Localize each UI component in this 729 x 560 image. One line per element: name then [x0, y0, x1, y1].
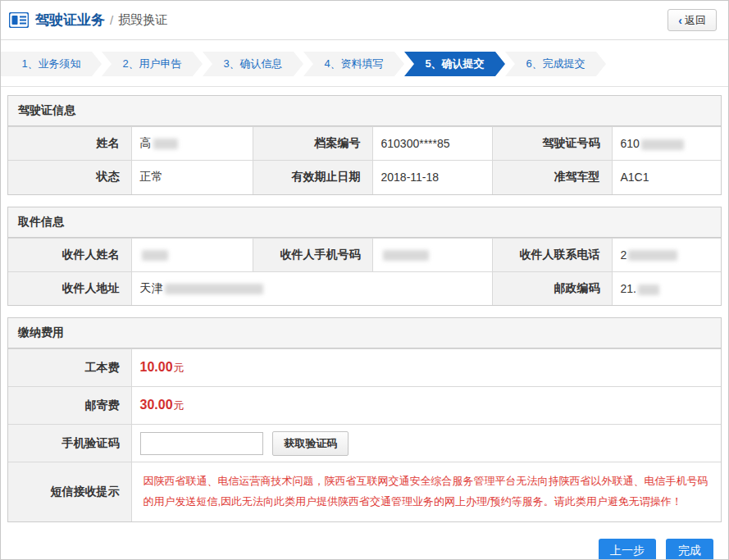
expiry-label: 有效期止日期: [253, 161, 372, 194]
table-row: 短信接收提示 因陕西省联通、电信运营商技术问题，陕西省互联网交通安全综合服务管理…: [8, 462, 721, 521]
redacted-value: [641, 139, 684, 150]
table-row: 收件人地址 天津 邮政编码 21.: [8, 271, 721, 305]
file-no-label: 档案编号: [253, 127, 372, 161]
recipient-address-value: 天津: [131, 271, 492, 305]
vehicle-type-value: A1C1: [612, 161, 721, 194]
step-1-business-notice[interactable]: 1、业务须知: [1, 52, 102, 76]
sms-notice-cell: 因陕西省联通、电信运营商技术问题，陕西省互联网交通安全综合服务管理平台无法向持陕…: [131, 462, 721, 521]
table-row: 手机验证码 获取验证码: [8, 425, 721, 462]
recipient-contact-value: 2: [612, 238, 721, 271]
license-info-section: 驾驶证信息 姓名 高 档案编号 610300****85 驾驶证号码 610 状…: [7, 95, 722, 195]
recipient-contact-label: 收件人联系电话: [492, 238, 612, 271]
postage-fee-unit: 元: [174, 399, 185, 412]
step-2-user-declaration[interactable]: 2、用户申告: [102, 52, 203, 76]
footer-actions: 上一步 完成: [7, 534, 722, 560]
table-row: 工本费 10.00元: [8, 349, 721, 387]
postal-code-label: 邮政编码: [492, 271, 612, 305]
chevron-left-icon: ‹: [678, 14, 682, 27]
postage-fee-label: 邮寄费: [8, 387, 131, 425]
production-fee-amount: 10.00: [140, 360, 173, 374]
sms-code-cell: 获取验证码: [131, 425, 721, 462]
license-info-title: 驾驶证信息: [8, 96, 721, 126]
redacted-value: [153, 139, 178, 149]
sms-code-label: 手机验证码: [8, 425, 131, 462]
license-no-label: 驾驶证号码: [492, 127, 612, 161]
finish-button[interactable]: 完成: [666, 539, 713, 560]
redacted-value: [628, 250, 677, 261]
redacted-value: [383, 250, 429, 261]
back-button[interactable]: ‹ 返回: [667, 9, 717, 31]
step-3-confirm-info[interactable]: 3、确认信息: [203, 52, 303, 76]
step-4-fill-data[interactable]: 4、资料填写: [303, 52, 404, 76]
fees-section: 缴纳费用 工本费 10.00元 邮寄费 30.00元 手机验证码: [7, 317, 722, 522]
step-6-complete-submit[interactable]: 6、完成提交: [505, 52, 606, 76]
pickup-info-title: 取件信息: [8, 207, 721, 238]
postal-code-value: 21.: [612, 271, 721, 305]
fees-title: 缴纳费用: [8, 318, 721, 348]
production-fee-label: 工本费: [8, 349, 131, 387]
page: 驾驶证业务 / 损毁换证 ‹ 返回 1、业务须知 2、用户申告 3、确认信息 4…: [0, 0, 729, 560]
breadcrumb-current: 损毁换证: [118, 12, 167, 28]
step-5-confirm-submit[interactable]: 5、确认提交: [404, 52, 505, 76]
recipient-name-value: [131, 238, 253, 271]
license-info-table: 姓名 高 档案编号 610300****85 驾驶证号码 610 状态 正常 有…: [8, 126, 721, 194]
table-row: 状态 正常 有效期止日期 2018-11-18 准驾车型 A1C1: [8, 161, 721, 194]
header: 驾驶证业务 / 损毁换证 ‹ 返回: [1, 1, 728, 40]
page-title: 驾驶证业务: [35, 11, 105, 30]
status-value: 正常: [131, 161, 253, 194]
get-sms-code-button[interactable]: 获取验证码: [272, 431, 349, 456]
recipient-phone-value: [372, 238, 492, 271]
redacted-value: [165, 284, 263, 294]
expiry-value: 2018-11-18: [372, 161, 492, 194]
vehicle-type-label: 准驾车型: [492, 161, 612, 194]
table-row: 邮寄费 30.00元: [8, 387, 721, 425]
redacted-value: [142, 250, 168, 261]
production-fee-value: 10.00元: [131, 349, 721, 387]
back-button-label: 返回: [685, 13, 706, 28]
sms-notice-label: 短信接收提示: [8, 462, 131, 521]
recipient-name-label: 收件人姓名: [8, 238, 131, 271]
license-no-value: 610: [612, 127, 721, 161]
name-value: 高: [131, 127, 253, 161]
recipient-phone-label: 收件人手机号码: [253, 238, 372, 271]
production-fee-unit: 元: [174, 362, 185, 374]
license-business-icon: [9, 12, 29, 28]
status-label: 状态: [8, 161, 131, 194]
breadcrumb-separator: /: [110, 13, 113, 27]
step-progress: 1、业务须知 2、用户申告 3、确认信息 4、资料填写 5、确认提交 6、完成提…: [1, 40, 728, 87]
postage-fee-amount: 30.00: [140, 398, 173, 412]
pickup-info-section: 取件信息 收件人姓名 收件人手机号码 收件人联系电话 2 收件人地址 天津 邮政…: [7, 207, 722, 307]
pickup-info-table: 收件人姓名 收件人手机号码 收件人联系电话 2 收件人地址 天津 邮政编码 21…: [8, 238, 721, 306]
main-content: 驾驶证信息 姓名 高 档案编号 610300****85 驾驶证号码 610 状…: [1, 87, 728, 560]
sms-code-input[interactable]: [140, 432, 263, 455]
table-row: 收件人姓名 收件人手机号码 收件人联系电话 2: [8, 238, 721, 271]
name-label: 姓名: [8, 127, 131, 161]
fees-table: 工本费 10.00元 邮寄费 30.00元 手机验证码 获取验证码: [8, 348, 721, 521]
recipient-address-label: 收件人地址: [8, 271, 131, 305]
sms-notice-text: 因陕西省联通、电信运营商技术问题，陕西省互联网交通安全综合服务管理平台无法向持陕…: [140, 467, 713, 517]
table-row: 姓名 高 档案编号 610300****85 驾驶证号码 610: [8, 127, 721, 161]
postage-fee-value: 30.00元: [131, 387, 721, 425]
redacted-value: [638, 285, 659, 295]
file-no-value: 610300****85: [372, 127, 492, 161]
previous-step-button[interactable]: 上一步: [599, 539, 656, 560]
